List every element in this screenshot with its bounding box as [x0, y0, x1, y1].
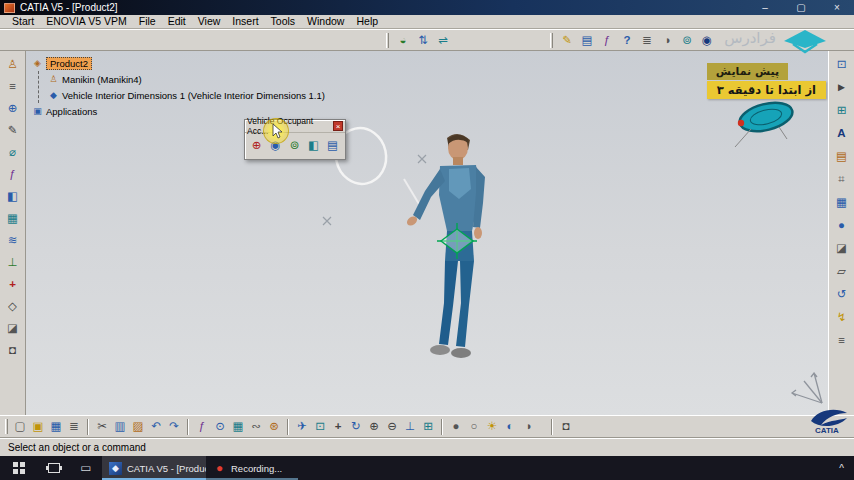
menu-item-start[interactable]: Start	[6, 15, 40, 28]
sketch-pencil-icon[interactable]: ✎	[4, 122, 22, 139]
zoom-in-icon[interactable]: ⊕	[365, 418, 383, 435]
mouse-cursor	[271, 123, 283, 139]
swap-view-icon[interactable]: ⇅	[414, 32, 432, 49]
paste-icon[interactable]: ▨	[129, 418, 147, 435]
redo-icon[interactable]: ↷	[165, 418, 183, 435]
toolbar-grip[interactable]	[5, 419, 8, 434]
restore-button[interactable]: ▢	[794, 1, 808, 14]
help-icon[interactable]: ?	[618, 32, 636, 49]
axis-cross-icon[interactable]: +	[4, 276, 22, 293]
clipboard-icon[interactable]: ▤	[833, 148, 851, 165]
lighting-icon[interactable]: ☀	[483, 418, 501, 435]
menu-item-edit[interactable]: Edit	[162, 15, 192, 28]
contrast-icon[interactable]: ◑	[658, 32, 676, 49]
zoom-out-icon[interactable]: ⊖	[383, 418, 401, 435]
structure-tree-icon[interactable]: ≡	[4, 78, 22, 95]
grid-icon[interactable]: ▦	[4, 210, 22, 227]
print-icon[interactable]: ≣	[65, 418, 83, 435]
waves-icon[interactable]: ≋	[4, 232, 22, 249]
fly-mode-icon[interactable]: ✈	[293, 418, 311, 435]
manikin-icon[interactable]: ♙	[4, 56, 22, 73]
vehicle-occupant-toolbar[interactable]: Vehicle Occupant Acc... × ⊕ ◉ ⊚ ◧ ▤	[244, 119, 346, 160]
menu-item-enovia[interactable]: ENOVIA V5 VPM	[40, 15, 133, 28]
menu-item-window[interactable]: Window	[301, 15, 350, 28]
tray-chevron-icon[interactable]: ^	[839, 463, 844, 474]
globe-icon[interactable]: ⊕	[4, 100, 22, 117]
vehicle-occupant-toolbar-title[interactable]: Vehicle Occupant Acc... ×	[245, 120, 345, 133]
start-button[interactable]	[0, 456, 38, 480]
menu-item-file[interactable]: File	[133, 15, 162, 28]
window-zoom-icon[interactable]: ⊞	[833, 102, 851, 119]
mesh-icon[interactable]: ▦	[833, 194, 851, 211]
fill-color-icon[interactable]: ◧	[4, 188, 22, 205]
taskbar-task-recording[interactable]: ● Recording...	[206, 456, 298, 480]
new-file-icon[interactable]: ▢	[11, 418, 29, 435]
link-icon[interactable]: ∾	[247, 418, 265, 435]
pan-icon[interactable]: +	[329, 418, 347, 435]
open-folder-icon[interactable]: ▣	[29, 418, 47, 435]
shaded-icon[interactable]: ●	[447, 418, 465, 435]
taskbar-task-catia[interactable]: ◆ CATIA V5 - [Produc...	[102, 456, 206, 480]
constraint-icon[interactable]: ⊥	[4, 254, 22, 271]
menu-item-view[interactable]: View	[192, 15, 227, 28]
3d-viewport[interactable]: ◈ Product2 ♙ Manikin (Manikin4) ◆ Vehicl…	[26, 51, 828, 415]
section-cut-icon[interactable]: ◪	[833, 240, 851, 257]
pointer-icon[interactable]: ►	[833, 79, 851, 96]
plane-diamond-icon[interactable]: ◇	[4, 298, 22, 315]
pencil-tool-icon[interactable]: ✎	[558, 32, 576, 49]
section-icon[interactable]: ◪	[4, 320, 22, 337]
minimize-button[interactable]: –	[758, 1, 772, 14]
wireframe-icon[interactable]: ○	[465, 418, 483, 435]
sphere-icon[interactable]: ●	[833, 217, 851, 234]
plane-icon[interactable]: ▱	[833, 263, 851, 280]
view-compass[interactable]	[735, 98, 795, 147]
measure-icon[interactable]: ⇌	[434, 32, 452, 49]
rotate-ccw-icon[interactable]: ↺	[833, 286, 851, 303]
tree-node-manikin[interactable]: ♙ Manikin (Manikin4)	[48, 71, 325, 87]
formula-icon[interactable]: ƒ	[598, 32, 616, 49]
close-icon[interactable]: ×	[333, 121, 343, 131]
toolbar-grip[interactable]	[386, 33, 389, 48]
copy-icon[interactable]: ▥	[111, 418, 129, 435]
parameters-icon[interactable]: ⊛	[265, 418, 283, 435]
normal-view-icon[interactable]: ⊥	[401, 418, 419, 435]
report-icon[interactable]: ▤	[324, 135, 341, 154]
hpoint-design-icon[interactable]: ⊕	[248, 135, 265, 154]
menu-item-help[interactable]: Help	[350, 15, 384, 28]
task-view-button[interactable]	[38, 456, 70, 480]
bolt-icon[interactable]: ↯	[833, 309, 851, 326]
table-icon[interactable]: ▦	[229, 418, 247, 435]
menu-item-insert[interactable]: Insert	[226, 15, 264, 28]
cut-icon[interactable]: ✂	[93, 418, 111, 435]
annotation-text-icon[interactable]: A	[833, 125, 851, 142]
swap-visible-icon[interactable]: ◑	[519, 418, 537, 435]
multi-view-icon[interactable]: ⊞	[419, 418, 437, 435]
layers-icon[interactable]: ≣	[638, 32, 656, 49]
tree-node-label: Vehicle Interior Dimensions 1 (Vehicle I…	[62, 90, 325, 101]
list-icon[interactable]: ≡	[833, 332, 851, 349]
close-button[interactable]: ×	[830, 1, 844, 14]
save-icon[interactable]: ▦	[47, 418, 65, 435]
comment-icon[interactable]: ⊙	[211, 418, 229, 435]
tree-node-vehicle-interior[interactable]: ◆ Vehicle Interior Dimensions 1 (Vehicle…	[48, 87, 325, 103]
undo-icon[interactable]: ↶	[147, 418, 165, 435]
knowledge-formula-icon[interactable]: ƒ	[4, 166, 22, 183]
rotate-view-icon[interactable]: ↻	[347, 418, 365, 435]
fit-all-icon[interactable]: ⊡	[311, 418, 329, 435]
toolbar-grip[interactable]	[550, 33, 553, 48]
pinned-app-button[interactable]: ▭	[70, 456, 102, 480]
apply-material-icon[interactable]: ◒	[394, 32, 412, 49]
measure-grid-icon[interactable]: ⌗	[833, 171, 851, 188]
camera-icon[interactable]: ◘	[557, 418, 575, 435]
tree-node-product2[interactable]: ◈ Product2	[32, 55, 325, 71]
diameter-icon[interactable]: ⌀	[4, 144, 22, 161]
fit-view-icon[interactable]: ⊡	[833, 56, 851, 73]
menu-item-tools[interactable]: Tools	[265, 15, 302, 28]
hide-show-icon[interactable]: ◐	[501, 418, 519, 435]
formula-icon[interactable]: ƒ	[193, 418, 211, 435]
catalog-icon[interactable]: ▤	[578, 32, 596, 49]
manikin-figure[interactable]	[405, 134, 485, 358]
eyellipse-icon[interactable]: ⊚	[286, 135, 303, 154]
mirror-vision-icon[interactable]: ◧	[305, 135, 322, 154]
render-camera-icon[interactable]: ◘	[4, 342, 22, 359]
